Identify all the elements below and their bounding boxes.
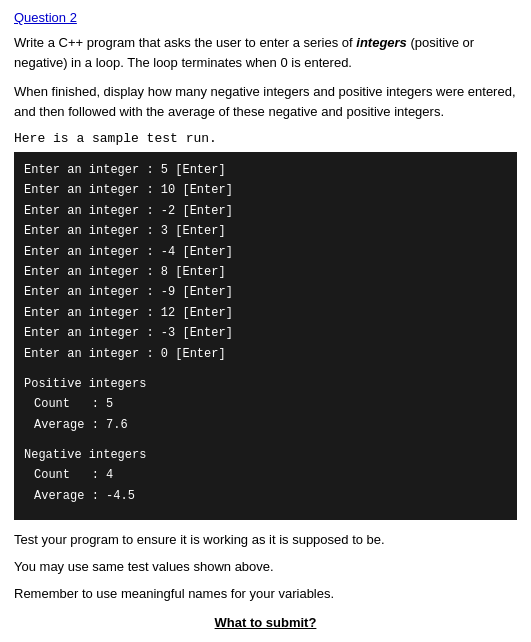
terminal-line-4: Enter an integer : 3 [Enter]: [24, 221, 507, 241]
footer-text-1: Test your program to ensure it is workin…: [14, 530, 517, 551]
negative-avg-value: : -4.5: [92, 489, 135, 503]
terminal-line-10: Enter an integer : 0 [Enter]: [24, 344, 507, 364]
negative-count-label: Count: [34, 468, 70, 482]
positive-count-row: Count : 5: [24, 394, 507, 414]
description-para1: Write a C++ program that asks the user t…: [14, 33, 517, 72]
negative-header: Negative integers: [24, 445, 507, 465]
submit-label: What to submit?: [14, 615, 517, 630]
terminal-line-2: Enter an integer : 10 [Enter]: [24, 180, 507, 200]
positive-count-value: : 5: [92, 397, 114, 411]
positive-avg-value: : 7.6: [92, 418, 128, 432]
desc-text1: Write a C++ program that asks the user t…: [14, 35, 353, 50]
positive-count-label: Count: [34, 397, 70, 411]
positive-avg-label: Average: [34, 418, 84, 432]
question-title: Question 2: [14, 10, 517, 25]
negative-count-row: Count : 4: [24, 465, 507, 485]
negative-avg-label: Average: [34, 489, 84, 503]
desc-highlight: integers: [356, 35, 407, 50]
terminal-line-1: Enter an integer : 5 [Enter]: [24, 160, 507, 180]
footer-text-2: You may use same test values shown above…: [14, 557, 517, 578]
positive-avg-row: Average : 7.6: [24, 415, 507, 435]
terminal-block: Enter an integer : 5 [Enter] Enter an in…: [14, 152, 517, 520]
terminal-line-3: Enter an integer : -2 [Enter]: [24, 201, 507, 221]
description-para2: When finished, display how many negative…: [14, 82, 517, 121]
negative-count-value: : 4: [92, 468, 114, 482]
terminal-line-7: Enter an integer : -9 [Enter]: [24, 282, 507, 302]
negative-avg-row: Average : -4.5: [24, 486, 507, 506]
terminal-line-9: Enter an integer : -3 [Enter]: [24, 323, 507, 343]
footer-text-3: Remember to use meaningful names for you…: [14, 584, 517, 605]
positive-header: Positive integers: [24, 374, 507, 394]
terminal-line-5: Enter an integer : -4 [Enter]: [24, 242, 507, 262]
terminal-line-8: Enter an integer : 12 [Enter]: [24, 303, 507, 323]
sample-label: Here is a sample test run.: [14, 131, 517, 146]
terminal-line-6: Enter an integer : 8 [Enter]: [24, 262, 507, 282]
